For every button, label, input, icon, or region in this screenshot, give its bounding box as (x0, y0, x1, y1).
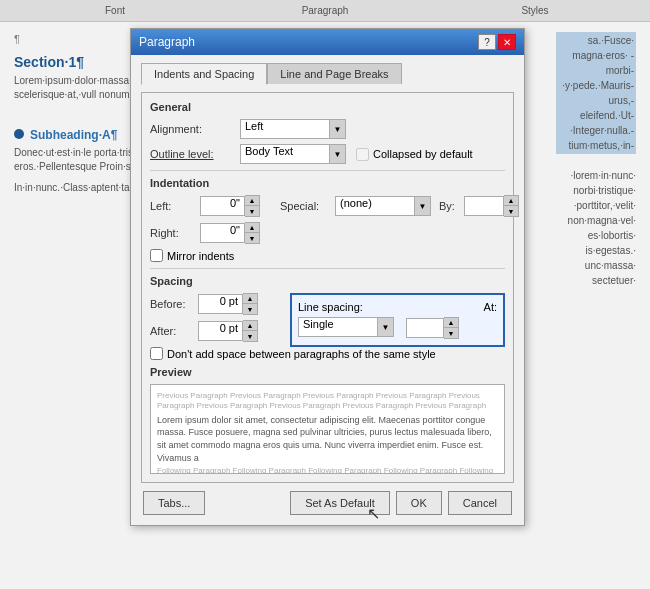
dialog-titlebar: Paragraph ? ✕ (131, 29, 524, 55)
mirror-indent-label: Mirror indents (167, 250, 234, 262)
after-label: After: (150, 325, 198, 337)
indent-right-spinner-btns: ▲ ▼ (245, 222, 260, 244)
help-button[interactable]: ? (478, 34, 496, 50)
outline-label: Outline level: (150, 148, 240, 160)
indent-left-spinner[interactable]: 0" ▲ ▼ (200, 195, 260, 217)
indent-left-spinner-btns: ▲ ▼ (245, 195, 260, 217)
special-row: Special: (none) ▼ By: ▲ ▼ (280, 195, 519, 217)
preview-follow-para: Following Paragraph Following Paragraph … (157, 466, 498, 474)
indent-left-value[interactable]: 0" (200, 196, 245, 216)
tab-indents-spacing[interactable]: Indents and Spacing (141, 63, 267, 85)
mirror-indent-row: Mirror indents (150, 249, 505, 262)
line-spacing-combo[interactable]: Single ▼ (298, 317, 394, 337)
indentation-controls: Left: 0" ▲ ▼ Right: 0" (150, 195, 505, 249)
before-up[interactable]: ▲ (243, 294, 257, 304)
alignment-label: Alignment: (150, 123, 240, 135)
indent-left-up[interactable]: ▲ (245, 196, 259, 206)
titlebar-buttons: ? ✕ (478, 34, 516, 50)
dialog-footer: Tabs... Set As Default ↖ OK Cancel (141, 491, 514, 515)
special-label: Special: (280, 200, 335, 212)
outline-value: Body Text (240, 144, 330, 164)
general-divider (150, 170, 505, 171)
indent-right-label: Right: (150, 227, 200, 239)
indent-right-up[interactable]: ▲ (245, 223, 259, 233)
by-down[interactable]: ▼ (504, 206, 518, 216)
special-dropdown-btn[interactable]: ▼ (415, 196, 431, 216)
alignment-row: Alignment: Left ▼ (150, 119, 505, 139)
after-value[interactable]: 0 pt (198, 321, 243, 341)
special-value: (none) (335, 196, 415, 216)
at-spinner-btns: ▲ ▼ (444, 317, 459, 339)
alignment-dropdown-btn[interactable]: ▼ (330, 119, 346, 139)
indent-right-spinner[interactable]: 0" ▲ ▼ (200, 222, 260, 244)
tabs-button[interactable]: Tabs... (143, 491, 205, 515)
set-default-wrapper: Set As Default ↖ (290, 491, 390, 515)
dialog-title: Paragraph (139, 35, 195, 49)
spacing-controls: Before: 0 pt ▲ ▼ After: 0 pt (150, 293, 505, 347)
close-button[interactable]: ✕ (498, 34, 516, 50)
indent-right-down[interactable]: ▼ (245, 233, 259, 243)
outline-combo[interactable]: Body Text ▼ (240, 144, 346, 164)
at-up[interactable]: ▲ (444, 318, 458, 328)
by-up[interactable]: ▲ (504, 196, 518, 206)
ok-button[interactable]: OK (396, 491, 442, 515)
preview-box: Previous Paragraph Previous Paragraph Pr… (150, 384, 505, 474)
footer-right-buttons: Set As Default ↖ OK Cancel (290, 491, 512, 515)
before-down[interactable]: ▼ (243, 304, 257, 314)
indent-left-row: Left: 0" ▲ ▼ (150, 195, 260, 217)
tab-line-page-breaks[interactable]: Line and Page Breaks (267, 63, 401, 84)
dont-add-space-checkbox[interactable] (150, 347, 163, 360)
spacing-divider (150, 268, 505, 269)
outline-dropdown-btn[interactable]: ▼ (330, 144, 346, 164)
preview-prev-para: Previous Paragraph Previous Paragraph Pr… (157, 391, 498, 412)
indent-left-right: Left: 0" ▲ ▼ Right: 0" (150, 195, 260, 249)
line-spacing-header: Line spacing: At: (298, 301, 497, 313)
dialog-body: Indents and Spacing Line and Page Breaks… (131, 55, 524, 525)
special-combo[interactable]: (none) ▼ (335, 196, 431, 216)
by-spinner-btns: ▲ ▼ (504, 195, 519, 217)
mirror-indent-checkbox[interactable] (150, 249, 163, 262)
at-value[interactable] (406, 318, 444, 338)
cancel-button[interactable]: Cancel (448, 491, 512, 515)
by-label: By: (439, 200, 464, 212)
before-row: Before: 0 pt ▲ ▼ (150, 293, 280, 315)
after-spinner-btns: ▲ ▼ (243, 320, 258, 342)
before-spinner-btns: ▲ ▼ (243, 293, 258, 315)
tab-bar: Indents and Spacing Line and Page Breaks (141, 63, 514, 84)
collapsed-checkbox[interactable] (356, 148, 369, 161)
line-spacing-value: Single (298, 317, 378, 337)
before-label: Before: (150, 298, 198, 310)
indentation-section-label: Indentation (150, 177, 505, 189)
set-default-button[interactable]: Set As Default (290, 491, 390, 515)
at-down[interactable]: ▼ (444, 328, 458, 338)
after-spinner[interactable]: 0 pt ▲ ▼ (198, 320, 258, 342)
after-up[interactable]: ▲ (243, 321, 257, 331)
before-spinner[interactable]: 0 pt ▲ ▼ (198, 293, 258, 315)
by-spinner[interactable]: ▲ ▼ (464, 195, 519, 217)
after-down[interactable]: ▼ (243, 331, 257, 341)
preview-main-para: Lorem ipsum dolor sit amet, consectetur … (157, 414, 498, 464)
after-row: After: 0 pt ▲ ▼ (150, 320, 280, 342)
by-value[interactable] (464, 196, 504, 216)
line-spacing-at-spinner[interactable]: ▲ ▼ (406, 317, 459, 339)
line-spacing-dropdown-btn[interactable]: ▼ (378, 317, 394, 337)
before-value[interactable]: 0 pt (198, 294, 243, 314)
indent-left-down[interactable]: ▼ (245, 206, 259, 216)
indent-left-label: Left: (150, 200, 200, 212)
at-label: At: (484, 301, 497, 313)
indent-right-row: Right: 0" ▲ ▼ (150, 222, 260, 244)
before-after-controls: Before: 0 pt ▲ ▼ After: 0 pt (150, 293, 280, 347)
collapsed-checkbox-row: Collapsed by default (356, 148, 473, 161)
line-spacing-box: Line spacing: At: Single ▼ ▲ ▼ (290, 293, 505, 347)
paragraph-dialog: Paragraph ? ✕ Indents and Spacing Line a… (130, 28, 525, 526)
outline-row: Outline level: Body Text ▼ Collapsed by … (150, 144, 505, 164)
indent-special: Special: (none) ▼ By: ▲ ▼ (280, 195, 519, 249)
line-spacing-controls: Single ▼ ▲ ▼ (298, 317, 497, 339)
dont-add-space-row: Don't add space between paragraphs of th… (150, 347, 505, 360)
preview-section-label: Preview (150, 366, 505, 378)
alignment-combo[interactable]: Left ▼ (240, 119, 346, 139)
line-spacing-label: Line spacing: (298, 301, 363, 313)
general-section-label: General (150, 101, 505, 113)
indent-right-value[interactable]: 0" (200, 223, 245, 243)
dont-add-space-label: Don't add space between paragraphs of th… (167, 348, 436, 360)
